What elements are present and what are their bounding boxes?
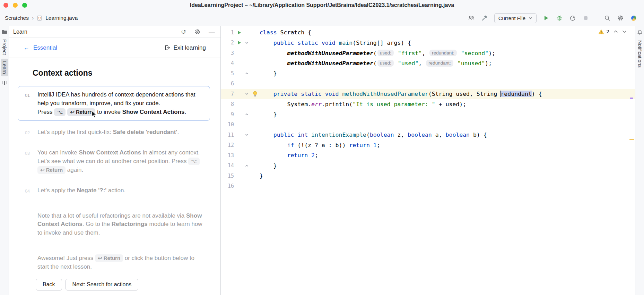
code-line[interactable]: 16 bbox=[221, 181, 635, 192]
code-line[interactable]: 1class Scratch { bbox=[221, 27, 635, 38]
inspections-widget[interactable]: 2 bbox=[598, 29, 627, 34]
lesson-steps: 01IntelliJ IDEA has hundreds of context-… bbox=[18, 86, 210, 279]
code-token: private static void bbox=[273, 91, 339, 97]
settings-gear-icon[interactable] bbox=[615, 13, 626, 23]
code-line[interactable]: 13 return 2; bbox=[221, 150, 635, 161]
step-number bbox=[25, 254, 35, 271]
toolwindow-gear-icon[interactable] bbox=[194, 29, 200, 35]
line-number: 4 bbox=[221, 60, 235, 66]
run-gutter-icon[interactable] bbox=[235, 41, 243, 45]
exit-learning-button[interactable]: Exit learning bbox=[164, 44, 206, 51]
title-bar: IdeaLearningProject – ~/Library/Applicat… bbox=[0, 0, 644, 10]
fold-end-icon[interactable] bbox=[243, 72, 251, 75]
code-line[interactable]: 3 methodWithUnusedParameter(used: "first… bbox=[221, 48, 635, 58]
code-line[interactable]: 6 bbox=[221, 79, 635, 89]
step-text: Note that a lot of useful refactorings a… bbox=[37, 212, 204, 237]
inline-parameter-hint: redundant: bbox=[429, 50, 457, 57]
line-number: 11 bbox=[221, 132, 235, 138]
code-editor[interactable]: 1class Scratch {2 public static void mai… bbox=[221, 26, 635, 295]
code-line[interactable]: 15} bbox=[221, 171, 635, 181]
code-token: boolean bbox=[370, 132, 394, 138]
restart-lesson-icon[interactable]: ↺ bbox=[181, 28, 186, 36]
sidebar-item-notifications[interactable]: Notifications bbox=[636, 38, 644, 70]
selected-text: redundant bbox=[501, 91, 531, 97]
step-text: Awesome! Just press ↩ Return or click th… bbox=[37, 254, 204, 271]
code-token: 2 bbox=[311, 152, 315, 159]
fold-end-icon[interactable] bbox=[243, 113, 251, 116]
run-configuration-select[interactable]: Current File bbox=[494, 13, 537, 23]
line-number: 10 bbox=[221, 121, 235, 128]
code-text: } bbox=[260, 162, 635, 169]
code-token: return bbox=[287, 152, 308, 159]
code-text: System.err.println("It is used parameter… bbox=[260, 101, 635, 108]
profiler-icon[interactable] bbox=[567, 13, 578, 23]
fold-start-icon[interactable] bbox=[243, 134, 251, 136]
code-line[interactable]: 12 if (!(z ? a : b)) return 1; bbox=[221, 140, 635, 151]
run-button[interactable] bbox=[541, 13, 552, 23]
project-folder-icon[interactable] bbox=[2, 30, 7, 34]
close-window-button[interactable] bbox=[3, 3, 8, 8]
warning-triangle-icon bbox=[598, 29, 604, 34]
hide-toolwindow-icon[interactable]: — bbox=[209, 28, 215, 35]
code-line[interactable]: 9 } bbox=[221, 109, 635, 120]
search-everywhere-icon[interactable] bbox=[602, 13, 613, 23]
step-emphasis: Negate '?:' bbox=[77, 187, 107, 194]
code-line[interactable]: 2 public static void main(String[] args)… bbox=[221, 38, 635, 48]
code-line[interactable]: 7 private static void methodWithUnusedPa… bbox=[221, 89, 635, 99]
shortcut-key: ↩ Return bbox=[37, 166, 66, 174]
next-problem-chevron-icon[interactable] bbox=[622, 30, 627, 33]
code-line[interactable]: 14 } bbox=[221, 161, 635, 171]
code-token: public static void bbox=[273, 40, 336, 46]
previous-problem-chevron-icon[interactable] bbox=[613, 30, 618, 33]
fold-start-icon[interactable] bbox=[243, 93, 251, 95]
run-gutter-icon[interactable] bbox=[235, 31, 243, 35]
code-line[interactable]: 4 methodWithUnusedParameter(used: "used"… bbox=[221, 58, 635, 69]
main-area: Project Learn Learn ↺ — ← bbox=[0, 26, 644, 295]
code-line[interactable]: 5 } bbox=[221, 68, 635, 79]
breadcrumb: Scratches › Learning.java bbox=[5, 15, 78, 21]
step-emphasis: Show Context Actions bbox=[122, 109, 185, 115]
back-button[interactable]: Back bbox=[36, 279, 62, 290]
next-lesson-button[interactable]: Next: Search for actions bbox=[66, 279, 139, 290]
code-line[interactable]: 11 public int intentionExample(boolean z… bbox=[221, 130, 635, 140]
back-to-module-link[interactable]: ← Essential bbox=[24, 44, 57, 51]
stop-button[interactable] bbox=[580, 13, 591, 23]
fold-start-icon[interactable] bbox=[243, 42, 251, 44]
learn-book-icon[interactable] bbox=[2, 81, 7, 85]
plugin-colorful-icon[interactable] bbox=[628, 13, 639, 23]
line-number: 16 bbox=[221, 183, 235, 189]
step-emphasis: Show Context Actions bbox=[79, 149, 141, 156]
intention-bulb-icon[interactable] bbox=[251, 91, 260, 97]
step-text: Let's apply the first quick-fix: Safe de… bbox=[37, 128, 204, 137]
code-token: if bbox=[287, 142, 294, 149]
scrollbar-mark-purple bbox=[630, 98, 633, 99]
code-token: methodWithUnusedParameter bbox=[287, 50, 373, 57]
code-text: public int intentionExample(boolean z, b… bbox=[260, 132, 635, 138]
code-token: "used" bbox=[398, 60, 419, 67]
code-text: public static void main(String[] args) { bbox=[260, 40, 635, 46]
step-number: 04 bbox=[25, 186, 35, 195]
line-number: 6 bbox=[221, 81, 235, 87]
debug-bug-icon[interactable] bbox=[554, 13, 565, 23]
fold-end-icon[interactable] bbox=[243, 165, 251, 167]
code-line[interactable]: 8 System.err.println("It is used paramet… bbox=[221, 99, 635, 110]
breadcrumb-file[interactable]: Learning.java bbox=[45, 15, 78, 21]
code-token: err bbox=[311, 101, 322, 108]
code-text: if (!(z ? a : b)) return 1; bbox=[260, 142, 635, 149]
line-number: 2 bbox=[221, 40, 235, 46]
zoom-window-button[interactable] bbox=[22, 3, 27, 8]
code-with-me-users-icon[interactable] bbox=[466, 13, 477, 23]
minimize-window-button[interactable] bbox=[13, 3, 18, 8]
java-file-icon bbox=[37, 15, 42, 21]
shortcut-key: ⌥ bbox=[54, 108, 66, 116]
sidebar-item-learn[interactable]: Learn bbox=[1, 59, 8, 76]
step-number: 02 bbox=[25, 128, 35, 137]
exit-learning-label: Exit learning bbox=[173, 44, 206, 51]
notifications-bell-icon[interactable] bbox=[637, 30, 643, 35]
breadcrumb-scratches[interactable]: Scratches bbox=[5, 15, 29, 21]
right-toolwindow-stripe: Notifications bbox=[635, 26, 644, 295]
sidebar-item-project[interactable]: Project bbox=[1, 37, 8, 57]
line-number: 15 bbox=[221, 173, 235, 179]
build-hammer-icon[interactable] bbox=[479, 13, 490, 23]
code-line[interactable]: 10 bbox=[221, 120, 635, 130]
